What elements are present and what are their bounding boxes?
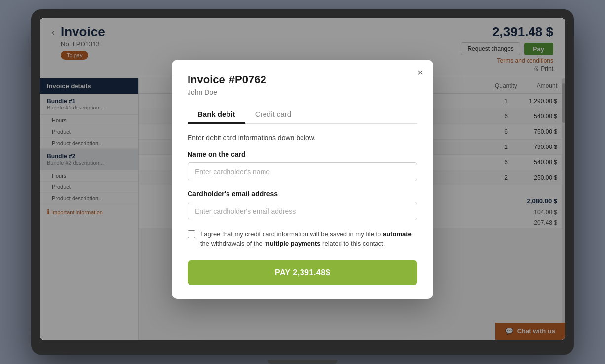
pay-submit-button[interactable]: PAY 2,391.48$ (188, 260, 417, 285)
tab-bank-debit[interactable]: Bank debit (188, 106, 245, 124)
card-name-input[interactable] (188, 162, 417, 181)
modal-title: Invoice (188, 73, 225, 86)
consent-checkbox[interactable] (188, 230, 195, 238)
modal-customer-name: John Doe (188, 88, 417, 96)
card-name-label: Name on the card (188, 150, 417, 158)
modal-invoice-number: #P0762 (229, 73, 266, 86)
modal-close-button[interactable]: × (417, 68, 423, 77)
tab-credit-card[interactable]: Credit card (245, 106, 301, 124)
card-email-input[interactable] (188, 202, 417, 220)
consent-area: I agree that my credit card information … (188, 229, 417, 249)
modal-tabs: Bank debit Credit card (188, 106, 417, 124)
modal-dialog: × Invoice #P0762 John Doe Bank debit Cre… (172, 60, 433, 299)
modal-description: Enter debit card informations down below… (188, 134, 417, 142)
consent-text: I agree that my credit card information … (200, 229, 417, 249)
card-email-label: Cardholder's email address (188, 190, 417, 198)
modal-overlay[interactable]: × Invoice #P0762 John Doe Bank debit Cre… (40, 18, 565, 340)
